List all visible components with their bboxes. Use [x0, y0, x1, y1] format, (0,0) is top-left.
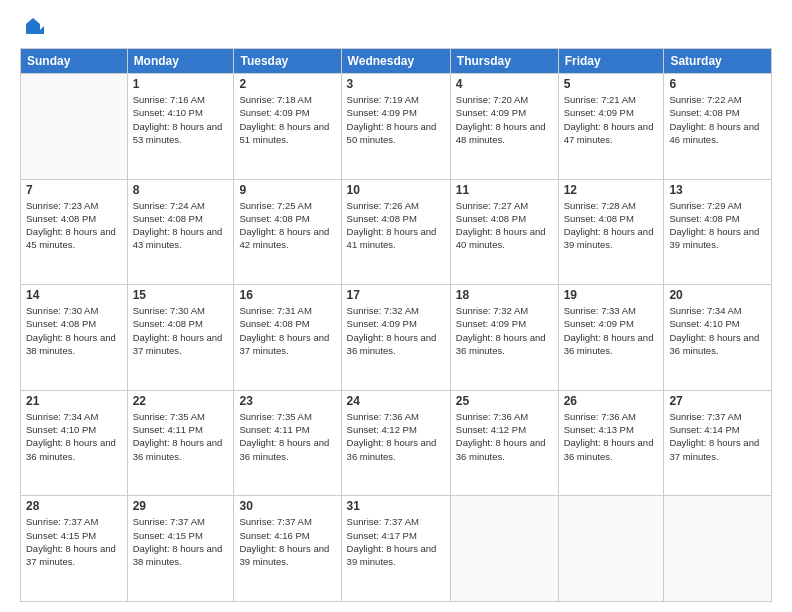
- cell-info: Sunrise: 7:35 AMSunset: 4:11 PMDaylight:…: [239, 410, 335, 463]
- calendar-cell: [450, 496, 558, 602]
- cell-date: 28: [26, 499, 122, 513]
- calendar-cell: 29Sunrise: 7:37 AMSunset: 4:15 PMDayligh…: [127, 496, 234, 602]
- cell-info: Sunrise: 7:34 AMSunset: 4:10 PMDaylight:…: [669, 304, 766, 357]
- calendar-cell: [558, 496, 664, 602]
- calendar-cell: 21Sunrise: 7:34 AMSunset: 4:10 PMDayligh…: [21, 390, 128, 496]
- day-header-thursday: Thursday: [450, 49, 558, 74]
- cell-info: Sunrise: 7:18 AMSunset: 4:09 PMDaylight:…: [239, 93, 335, 146]
- cell-info: Sunrise: 7:36 AMSunset: 4:12 PMDaylight:…: [456, 410, 553, 463]
- cell-info: Sunrise: 7:32 AMSunset: 4:09 PMDaylight:…: [456, 304, 553, 357]
- cell-date: 26: [564, 394, 659, 408]
- calendar-cell: 25Sunrise: 7:36 AMSunset: 4:12 PMDayligh…: [450, 390, 558, 496]
- calendar-cell: 27Sunrise: 7:37 AMSunset: 4:14 PMDayligh…: [664, 390, 772, 496]
- day-header-saturday: Saturday: [664, 49, 772, 74]
- cell-info: Sunrise: 7:26 AMSunset: 4:08 PMDaylight:…: [347, 199, 445, 252]
- cell-info: Sunrise: 7:22 AMSunset: 4:08 PMDaylight:…: [669, 93, 766, 146]
- calendar-cell: 1Sunrise: 7:16 AMSunset: 4:10 PMDaylight…: [127, 74, 234, 180]
- cell-info: Sunrise: 7:21 AMSunset: 4:09 PMDaylight:…: [564, 93, 659, 146]
- day-header-wednesday: Wednesday: [341, 49, 450, 74]
- cell-date: 6: [669, 77, 766, 91]
- calendar-cell: 15Sunrise: 7:30 AMSunset: 4:08 PMDayligh…: [127, 285, 234, 391]
- calendar-cell: 18Sunrise: 7:32 AMSunset: 4:09 PMDayligh…: [450, 285, 558, 391]
- cell-date: 12: [564, 183, 659, 197]
- cell-date: 4: [456, 77, 553, 91]
- calendar-cell: 13Sunrise: 7:29 AMSunset: 4:08 PMDayligh…: [664, 179, 772, 285]
- cell-info: Sunrise: 7:27 AMSunset: 4:08 PMDaylight:…: [456, 199, 553, 252]
- cell-date: 20: [669, 288, 766, 302]
- week-row-2: 7Sunrise: 7:23 AMSunset: 4:08 PMDaylight…: [21, 179, 772, 285]
- calendar-cell: 12Sunrise: 7:28 AMSunset: 4:08 PMDayligh…: [558, 179, 664, 285]
- day-header-tuesday: Tuesday: [234, 49, 341, 74]
- cell-date: 11: [456, 183, 553, 197]
- cell-date: 17: [347, 288, 445, 302]
- calendar-cell: 22Sunrise: 7:35 AMSunset: 4:11 PMDayligh…: [127, 390, 234, 496]
- calendar-cell: 16Sunrise: 7:31 AMSunset: 4:08 PMDayligh…: [234, 285, 341, 391]
- calendar-cell: 6Sunrise: 7:22 AMSunset: 4:08 PMDaylight…: [664, 74, 772, 180]
- cell-date: 31: [347, 499, 445, 513]
- calendar-cell: 28Sunrise: 7:37 AMSunset: 4:15 PMDayligh…: [21, 496, 128, 602]
- cell-date: 10: [347, 183, 445, 197]
- calendar-cell: 8Sunrise: 7:24 AMSunset: 4:08 PMDaylight…: [127, 179, 234, 285]
- cell-info: Sunrise: 7:34 AMSunset: 4:10 PMDaylight:…: [26, 410, 122, 463]
- calendar-cell: 5Sunrise: 7:21 AMSunset: 4:09 PMDaylight…: [558, 74, 664, 180]
- week-row-1: 1Sunrise: 7:16 AMSunset: 4:10 PMDaylight…: [21, 74, 772, 180]
- cell-date: 18: [456, 288, 553, 302]
- calendar-cell: 2Sunrise: 7:18 AMSunset: 4:09 PMDaylight…: [234, 74, 341, 180]
- calendar-cell: 19Sunrise: 7:33 AMSunset: 4:09 PMDayligh…: [558, 285, 664, 391]
- cell-info: Sunrise: 7:36 AMSunset: 4:13 PMDaylight:…: [564, 410, 659, 463]
- calendar-cell: 7Sunrise: 7:23 AMSunset: 4:08 PMDaylight…: [21, 179, 128, 285]
- cell-info: Sunrise: 7:37 AMSunset: 4:15 PMDaylight:…: [133, 515, 229, 568]
- cell-info: Sunrise: 7:37 AMSunset: 4:17 PMDaylight:…: [347, 515, 445, 568]
- calendar-cell: 17Sunrise: 7:32 AMSunset: 4:09 PMDayligh…: [341, 285, 450, 391]
- cell-date: 24: [347, 394, 445, 408]
- cell-info: Sunrise: 7:23 AMSunset: 4:08 PMDaylight:…: [26, 199, 122, 252]
- cell-date: 27: [669, 394, 766, 408]
- cell-info: Sunrise: 7:32 AMSunset: 4:09 PMDaylight:…: [347, 304, 445, 357]
- calendar-cell: 14Sunrise: 7:30 AMSunset: 4:08 PMDayligh…: [21, 285, 128, 391]
- cell-date: 13: [669, 183, 766, 197]
- day-header-sunday: Sunday: [21, 49, 128, 74]
- header: [20, 18, 772, 38]
- cell-date: 23: [239, 394, 335, 408]
- cell-date: 2: [239, 77, 335, 91]
- cell-info: Sunrise: 7:37 AMSunset: 4:16 PMDaylight:…: [239, 515, 335, 568]
- calendar-cell: 20Sunrise: 7:34 AMSunset: 4:10 PMDayligh…: [664, 285, 772, 391]
- week-row-5: 28Sunrise: 7:37 AMSunset: 4:15 PMDayligh…: [21, 496, 772, 602]
- cell-info: Sunrise: 7:35 AMSunset: 4:11 PMDaylight:…: [133, 410, 229, 463]
- calendar-body: 1Sunrise: 7:16 AMSunset: 4:10 PMDaylight…: [21, 74, 772, 602]
- day-header-monday: Monday: [127, 49, 234, 74]
- logo: [20, 18, 44, 38]
- cell-info: Sunrise: 7:29 AMSunset: 4:08 PMDaylight:…: [669, 199, 766, 252]
- cell-date: 14: [26, 288, 122, 302]
- cell-info: Sunrise: 7:30 AMSunset: 4:08 PMDaylight:…: [133, 304, 229, 357]
- cell-info: Sunrise: 7:30 AMSunset: 4:08 PMDaylight:…: [26, 304, 122, 357]
- cell-date: 7: [26, 183, 122, 197]
- cell-date: 25: [456, 394, 553, 408]
- calendar-cell: 23Sunrise: 7:35 AMSunset: 4:11 PMDayligh…: [234, 390, 341, 496]
- cell-info: Sunrise: 7:20 AMSunset: 4:09 PMDaylight:…: [456, 93, 553, 146]
- calendar-header-row: SundayMondayTuesdayWednesdayThursdayFrid…: [21, 49, 772, 74]
- logo-icon: [22, 16, 44, 38]
- cell-info: Sunrise: 7:28 AMSunset: 4:08 PMDaylight:…: [564, 199, 659, 252]
- calendar-cell: 9Sunrise: 7:25 AMSunset: 4:08 PMDaylight…: [234, 179, 341, 285]
- calendar-cell: [21, 74, 128, 180]
- calendar: SundayMondayTuesdayWednesdayThursdayFrid…: [20, 48, 772, 602]
- calendar-cell: [664, 496, 772, 602]
- svg-marker-0: [26, 18, 40, 34]
- cell-date: 8: [133, 183, 229, 197]
- cell-info: Sunrise: 7:37 AMSunset: 4:14 PMDaylight:…: [669, 410, 766, 463]
- cell-info: Sunrise: 7:31 AMSunset: 4:08 PMDaylight:…: [239, 304, 335, 357]
- cell-info: Sunrise: 7:24 AMSunset: 4:08 PMDaylight:…: [133, 199, 229, 252]
- logo-text: [20, 18, 44, 38]
- calendar-cell: 4Sunrise: 7:20 AMSunset: 4:09 PMDaylight…: [450, 74, 558, 180]
- calendar-cell: 3Sunrise: 7:19 AMSunset: 4:09 PMDaylight…: [341, 74, 450, 180]
- cell-info: Sunrise: 7:36 AMSunset: 4:12 PMDaylight:…: [347, 410, 445, 463]
- cell-info: Sunrise: 7:25 AMSunset: 4:08 PMDaylight:…: [239, 199, 335, 252]
- day-header-friday: Friday: [558, 49, 664, 74]
- week-row-3: 14Sunrise: 7:30 AMSunset: 4:08 PMDayligh…: [21, 285, 772, 391]
- cell-date: 5: [564, 77, 659, 91]
- cell-info: Sunrise: 7:16 AMSunset: 4:10 PMDaylight:…: [133, 93, 229, 146]
- cell-date: 9: [239, 183, 335, 197]
- page: SundayMondayTuesdayWednesdayThursdayFrid…: [0, 0, 792, 612]
- cell-date: 16: [239, 288, 335, 302]
